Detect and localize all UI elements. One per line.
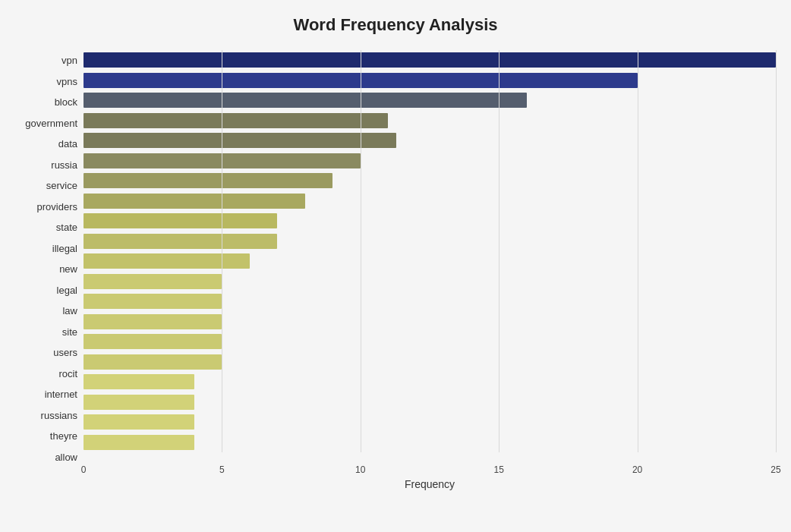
y-label-government: government (25, 113, 77, 133)
bar-row (84, 412, 776, 432)
y-label-new: new (59, 260, 77, 279)
y-label-theyre: theyre (50, 427, 77, 446)
bar-users (84, 334, 222, 349)
bar-data (84, 133, 396, 148)
y-label-service: service (46, 176, 77, 196)
bar-row (84, 352, 776, 372)
y-label-state: state (56, 218, 77, 238)
bar-vpn (84, 52, 776, 68)
bar-row (84, 231, 776, 251)
y-label-russia: russia (51, 155, 77, 175)
bar-row (84, 392, 776, 412)
bar-government (84, 113, 388, 128)
y-label-rocit: rocit (58, 364, 77, 383)
x-tick: 10 (355, 464, 365, 475)
y-label-vpn: vpn (61, 51, 77, 71)
bar-state (84, 213, 277, 228)
bar-row (84, 291, 776, 311)
y-label-law: law (62, 301, 77, 321)
bar-row (84, 131, 776, 150)
x-tick: 25 (771, 464, 780, 475)
bar-row (84, 332, 776, 351)
bar-row (84, 251, 776, 271)
bar-row (84, 111, 776, 131)
bar-row (84, 90, 776, 110)
bar-row (84, 151, 776, 171)
y-label-allow: allow (55, 447, 77, 467)
grid-line (776, 50, 777, 452)
bar-legal (84, 274, 222, 289)
bar-block (84, 93, 527, 108)
x-axis-label: Frequency (84, 478, 776, 490)
y-axis: vpnvpnsblockgovernmentdatarussiaservicep… (15, 50, 84, 490)
bar-row (84, 191, 776, 211)
y-label-providers: providers (37, 197, 77, 216)
bar-new (84, 253, 250, 269)
plot-area: 0510152025 Frequency (84, 50, 776, 490)
y-label-russians: russians (41, 405, 77, 425)
grid-line (361, 50, 361, 452)
x-tick: 20 (632, 464, 642, 475)
chart-area: vpnvpnsblockgovernmentdatarussiaservicep… (15, 50, 776, 490)
bar-row (84, 171, 776, 190)
bar-illegal (84, 234, 277, 249)
chart-container: Word Frequency Analysis vpnvpnsblockgove… (0, 0, 791, 532)
x-tick: 5 (219, 464, 225, 475)
bar-site (84, 314, 222, 329)
x-axis: 0510152025 (84, 452, 776, 475)
y-label-data: data (58, 134, 77, 154)
bar-row (84, 50, 776, 70)
bar-row (84, 372, 776, 392)
grid-line (222, 50, 222, 452)
y-label-internet: internet (45, 385, 77, 405)
bar-row (84, 71, 776, 90)
bar-law (84, 294, 222, 309)
bar-allow (84, 435, 194, 450)
bar-providers (84, 194, 305, 209)
x-tick: 0 (81, 464, 87, 475)
x-tick: 15 (494, 464, 504, 475)
y-label-illegal: illegal (52, 238, 77, 258)
bar-rocit (84, 354, 222, 370)
y-label-block: block (55, 93, 77, 112)
y-label-site: site (62, 322, 77, 342)
bar-row (84, 211, 776, 231)
bars-container (84, 50, 776, 452)
bar-russians (84, 395, 194, 410)
bar-row (84, 272, 776, 291)
grid-line (499, 50, 499, 452)
bar-theyre (84, 414, 194, 430)
y-label-users: users (53, 343, 77, 363)
bar-internet (84, 374, 194, 389)
bar-service (84, 173, 332, 188)
bar-row (84, 433, 776, 452)
y-label-vpns: vpns (57, 71, 77, 91)
grid-line (638, 50, 638, 452)
y-label-legal: legal (57, 280, 77, 300)
bar-row (84, 312, 776, 332)
chart-title: Word Frequency Analysis (15, 15, 776, 35)
